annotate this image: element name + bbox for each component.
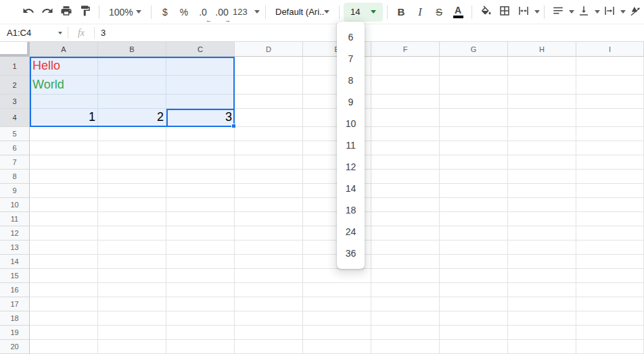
cell[interactable] [508, 311, 576, 326]
cell[interactable] [30, 269, 98, 283]
cell[interactable] [235, 198, 303, 212]
vertical-align-button[interactable] [574, 3, 600, 22]
font-size-option-24[interactable]: 24 [337, 221, 365, 243]
cell[interactable] [508, 226, 576, 241]
cell[interactable] [98, 198, 166, 212]
cell[interactable] [235, 127, 303, 141]
cell[interactable] [576, 57, 644, 76]
font-size-option-6[interactable]: 6 [337, 26, 365, 48]
cell[interactable] [98, 269, 166, 283]
cell[interactable] [440, 326, 508, 340]
cell[interactable] [576, 170, 644, 184]
cell[interactable] [508, 141, 576, 155]
cell[interactable] [98, 226, 166, 241]
cell[interactable] [166, 241, 235, 255]
cell[interactable] [371, 340, 440, 354]
cell[interactable] [371, 95, 440, 109]
column-header-I[interactable]: I [576, 42, 644, 57]
column-header-B[interactable]: B [98, 42, 166, 57]
cell[interactable] [98, 255, 166, 269]
cell[interactable] [371, 109, 440, 127]
row-header-11[interactable]: 11 [0, 212, 30, 226]
cell[interactable] [508, 297, 576, 311]
cell[interactable] [371, 212, 440, 226]
font-size-select[interactable]: 14 [344, 3, 383, 22]
row-header-16[interactable]: 16 [0, 283, 30, 297]
cell[interactable] [576, 76, 644, 95]
cell[interactable] [371, 226, 440, 241]
cell[interactable] [30, 170, 98, 184]
cell[interactable] [235, 269, 303, 283]
font-size-option-12[interactable]: 12 [337, 156, 365, 178]
cell[interactable] [508, 170, 576, 184]
cell[interactable] [371, 170, 440, 184]
cell[interactable] [508, 109, 576, 127]
cell[interactable] [98, 95, 166, 109]
cell[interactable] [440, 255, 508, 269]
cell[interactable] [371, 155, 440, 170]
cell[interactable] [235, 326, 303, 340]
font-size-option-10[interactable]: 10 [337, 113, 365, 134]
row-header-4[interactable]: 4 [0, 109, 30, 127]
cell[interactable] [30, 198, 98, 212]
cell[interactable] [440, 170, 508, 184]
print-button[interactable] [57, 3, 76, 22]
fill-color-button[interactable] [476, 3, 495, 22]
cell[interactable] [98, 241, 166, 255]
cell[interactable] [235, 297, 303, 311]
cell[interactable] [440, 283, 508, 297]
cell[interactable] [371, 255, 440, 269]
cell[interactable] [303, 311, 371, 326]
text-color-button[interactable]: A [448, 3, 467, 22]
column-header-C[interactable]: C [166, 42, 235, 57]
cell[interactable] [303, 326, 371, 340]
undo-button[interactable] [19, 3, 38, 22]
cell[interactable] [166, 198, 235, 212]
cell[interactable] [508, 340, 576, 354]
cell[interactable] [166, 297, 235, 311]
cell[interactable] [166, 212, 235, 226]
cell[interactable] [440, 241, 508, 255]
cell[interactable] [576, 127, 644, 141]
cell[interactable] [166, 226, 235, 241]
merge-cells-button[interactable] [514, 3, 540, 22]
more-formats-button[interactable]: 123 [231, 3, 261, 22]
font-size-option-14[interactable]: 14 [337, 178, 365, 199]
cell[interactable] [166, 340, 235, 354]
column-header-D[interactable]: D [235, 42, 303, 57]
formula-input[interactable]: 3 [95, 28, 106, 38]
cell[interactable] [576, 255, 644, 269]
cell[interactable] [576, 184, 644, 198]
row-header-19[interactable]: 19 [0, 326, 30, 340]
cell[interactable] [30, 184, 98, 198]
cell[interactable] [508, 76, 576, 95]
cell[interactable] [30, 326, 98, 340]
cell[interactable] [440, 269, 508, 283]
cell[interactable] [30, 297, 98, 311]
cell[interactable] [440, 127, 508, 141]
cell[interactable] [303, 269, 371, 283]
cell[interactable] [166, 76, 235, 95]
row-header-18[interactable]: 18 [0, 311, 30, 326]
cell[interactable] [235, 255, 303, 269]
row-header-5[interactable]: 5 [0, 127, 30, 141]
cell[interactable] [98, 311, 166, 326]
cell[interactable] [440, 212, 508, 226]
name-box[interactable]: A1:C4 [0, 28, 68, 38]
row-header-8[interactable]: 8 [0, 170, 30, 184]
fill-handle[interactable] [231, 124, 236, 128]
increase-decimal-button[interactable]: .00 → [212, 3, 231, 22]
horizontal-align-button[interactable] [549, 3, 574, 22]
cell[interactable] [576, 109, 644, 127]
cell[interactable] [371, 311, 440, 326]
cell[interactable] [440, 198, 508, 212]
cell[interactable] [98, 340, 166, 354]
cell[interactable] [235, 57, 303, 76]
cell[interactable] [166, 141, 235, 155]
cell[interactable] [371, 184, 440, 198]
italic-button[interactable]: I [411, 3, 430, 22]
cell[interactable] [98, 184, 166, 198]
cell[interactable] [30, 241, 98, 255]
cell[interactable] [576, 241, 644, 255]
font-size-option-8[interactable]: 8 [337, 70, 365, 91]
